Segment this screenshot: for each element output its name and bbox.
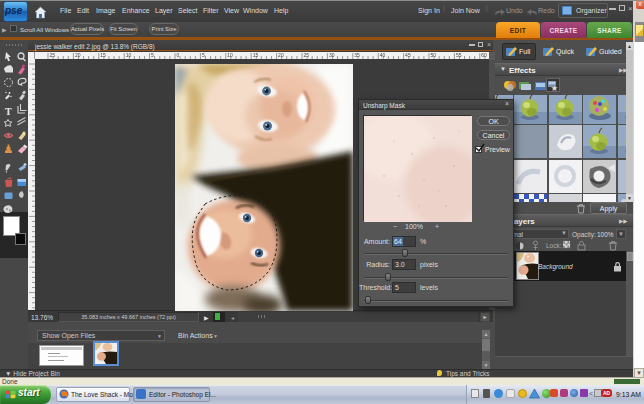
svg-text:T: T bbox=[5, 106, 12, 117]
